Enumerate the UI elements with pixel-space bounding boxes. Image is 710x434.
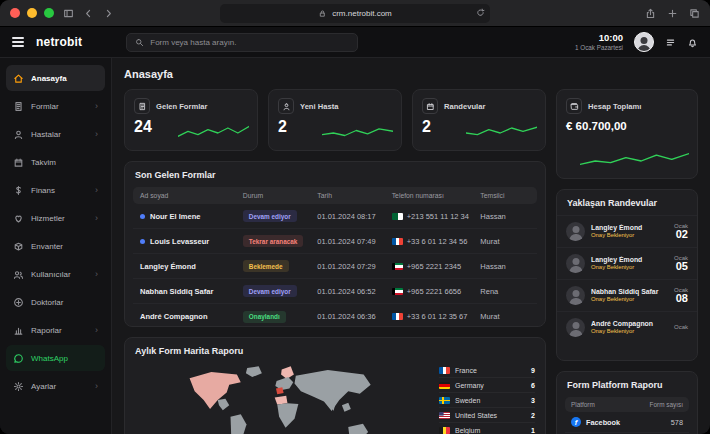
appointment-item[interactable]: André Compagnon Onay Bekleniyor Ocak [557, 311, 697, 343]
france-flag-icon [392, 313, 403, 320]
appointment-item[interactable]: Nabhan Siddiq Safar Onay Bekleniyor Ocak… [557, 279, 697, 311]
stat-card-yeni-hasta[interactable]: Yeni Hasta 2 [268, 89, 402, 151]
user-avatar[interactable] [634, 32, 654, 52]
table-row[interactable]: Louis Levasseur Tekrar aranacak 01.01.20… [133, 229, 537, 254]
sidebar-item-doktorlar[interactable]: Doktorlar [6, 289, 105, 315]
browser-forward-icon[interactable] [103, 8, 114, 19]
agent-name: Hassan [480, 212, 530, 221]
country-row[interactable]: France 9 [439, 363, 535, 378]
zoom-window-button[interactable] [44, 8, 54, 18]
sidebar-item-kullanicilar[interactable]: Kullanıcılar › [6, 261, 105, 287]
country-row[interactable]: Germany 6 [439, 378, 535, 393]
chevron-right-icon: › [95, 129, 98, 139]
close-window-button[interactable] [10, 8, 20, 18]
sidebar-item-anasayfa[interactable]: Anasayfa [6, 65, 105, 91]
sidebar-item-label: Hizmetler [31, 214, 65, 223]
reports-icon [13, 325, 24, 336]
platform-row[interactable]: Facebook 578 [565, 412, 689, 433]
country-row[interactable]: United States 2 [439, 408, 535, 423]
address-bar[interactable]: crm.netrobit.com [220, 4, 490, 23]
activity-list-icon[interactable] [665, 37, 676, 48]
patient-avatar [566, 286, 585, 305]
platform-count: 578 [671, 418, 683, 427]
country-count: 1 [531, 427, 535, 434]
algeria-flag-icon [392, 213, 403, 220]
new-tab-icon[interactable] [667, 8, 678, 19]
sidebar-item-formlar[interactable]: Formlar › [6, 93, 105, 119]
url-text: crm.netrobit.com [332, 9, 392, 18]
germany-flag-icon [439, 382, 450, 389]
share-icon[interactable] [645, 8, 656, 19]
header-right: 10:00 1 Ocak Pazartesi [575, 32, 698, 52]
phone-number: +965 2221 2345 [407, 262, 461, 271]
table-row[interactable]: Nour El Imene Devam ediyor 01.01.2024 08… [133, 204, 537, 229]
sidebar-item-label: Formlar [31, 102, 59, 111]
phone-number: +33 6 01 12 35 67 [407, 312, 468, 321]
sidebar-item-whatsapp[interactable]: WhatsApp [6, 345, 105, 371]
sidebar-item-envanter[interactable]: Envanter [6, 233, 105, 259]
panel-title: Yaklaşan Randevular [557, 190, 697, 215]
minimize-window-button[interactable] [27, 8, 37, 18]
browser-sidebar-toggle-icon[interactable] [63, 8, 74, 19]
doctor-icon [13, 297, 24, 308]
sidebar-item-finans[interactable]: Finans › [6, 177, 105, 203]
country-row[interactable]: Sweden 3 [439, 393, 535, 408]
appointment-item[interactable]: Langley Émond Onay Bekleniyor Ocak 02 [557, 215, 697, 247]
lock-icon [318, 9, 327, 18]
unread-dot [140, 239, 145, 244]
stat-cards: Gelen Formlar 24 Yeni Hasta 2 [124, 89, 546, 151]
appointment-name: André Compagnon [591, 320, 668, 329]
sidebar-item-raporlar[interactable]: Raporlar › [6, 317, 105, 343]
chevron-right-icon: › [95, 269, 98, 279]
menu-toggle-icon[interactable] [12, 37, 24, 46]
sidebar-item-hizmetler[interactable]: Hizmetler › [6, 205, 105, 231]
patient-avatar [566, 222, 585, 241]
sidebar: Anasayfa Formlar › Hastalar › Takvim Fin… [0, 58, 112, 434]
chevron-right-icon: › [95, 213, 98, 223]
france-flag-icon [439, 367, 450, 374]
users-icon [13, 269, 24, 280]
notifications-bell-icon[interactable] [687, 37, 698, 48]
stat-card-gelen-formlar[interactable]: Gelen Formlar 24 [124, 89, 258, 151]
sparkline-chart [580, 151, 689, 171]
column-header: Telefon numarası [392, 192, 481, 199]
browser-back-icon[interactable] [83, 8, 94, 19]
finance-icon [13, 185, 24, 196]
tab-overview-icon[interactable] [689, 8, 700, 19]
patients-icon [13, 129, 24, 140]
global-search[interactable] [126, 33, 358, 52]
appointment-day: 08 [674, 293, 688, 305]
reload-icon[interactable] [476, 8, 485, 17]
country-count: 3 [531, 397, 535, 404]
appointment-status: Onay Bekleniyor [591, 328, 668, 335]
sidebar-item-hastalar[interactable]: Hastalar › [6, 121, 105, 147]
form-date: 01.01.2024 06:52 [317, 287, 391, 296]
status-badge: Devam ediyor [243, 285, 297, 297]
sidebar-item-label: Kullanıcılar [31, 270, 71, 279]
agent-name: Murat [480, 237, 530, 246]
column-header: Platform [571, 401, 650, 408]
services-icon [13, 213, 24, 224]
search-input[interactable] [150, 38, 349, 47]
country-row[interactable]: Belgium 1 [439, 423, 535, 434]
sidebar-item-ayarlar[interactable]: Ayarlar › [6, 373, 105, 399]
sidebar-item-takvim[interactable]: Takvim [6, 149, 105, 175]
sidebar-item-label: Anasayfa [31, 74, 67, 83]
country-count: 9 [531, 367, 535, 374]
patient-icon [278, 98, 294, 114]
stat-card-randevular[interactable]: Randevular 2 [412, 89, 546, 151]
phone-number: +213 551 11 12 34 [407, 212, 469, 221]
column-header: Durum [243, 192, 317, 199]
table-row[interactable]: André Compagnon Onaylandı 01.01.2024 06:… [133, 304, 537, 327]
table-row[interactable]: Nabhan Siddiq Safar Devam ediyor 01.01.2… [133, 279, 537, 304]
patient-name: Nabhan Siddiq Safar [140, 287, 213, 296]
table-header-row: Ad soyad Durum Tarih Telefon numarası Te… [133, 187, 537, 204]
stat-card-hesap-toplami[interactable]: Hesap Toplamı € 60.700,00 [556, 89, 698, 179]
clock-time: 10:00 [575, 33, 623, 44]
country-count: 2 [531, 412, 535, 419]
appointment-name: Nabhan Siddiq Safar [591, 288, 668, 297]
table-row[interactable]: Langley Émond Beklemede 01.01.2024 07:29… [133, 254, 537, 279]
platform-name: Facebook [586, 418, 620, 427]
sidebar-item-label: Ayarlar [31, 382, 56, 391]
appointment-item[interactable]: Langley Émond Onay Bekleniyor Ocak 05 [557, 247, 697, 279]
